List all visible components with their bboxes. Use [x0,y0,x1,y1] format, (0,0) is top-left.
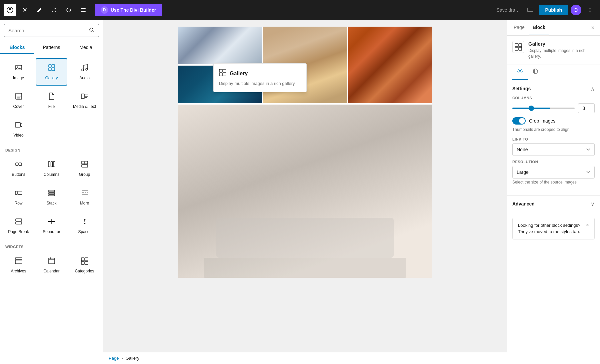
svg-rect-26 [48,162,50,167]
block-item-page-break[interactable]: Page Break [3,212,34,239]
media-text-icon [81,92,89,102]
svg-rect-61 [515,47,518,50]
row-icon [15,189,23,199]
svg-rect-62 [519,47,522,50]
preview-button[interactable] [524,4,536,16]
block-item-row[interactable]: Row [3,183,34,211]
tab-page[interactable]: Page [510,20,529,35]
tooltip-desc: Display multiple images in a rich galler… [219,81,301,87]
advanced-toggle-button[interactable]: ∨ [591,201,595,207]
search-wrap [4,24,99,37]
block-item-calendar[interactable]: Calendar [36,251,67,279]
more-options-button[interactable] [584,4,596,16]
breadcrumb-page[interactable]: Page [109,356,119,361]
tab-blocks[interactable]: Blocks [0,41,34,54]
search-input[interactable] [4,24,85,37]
block-label-archives: Archives [11,269,26,273]
block-label-categories: Categories [75,269,94,273]
tab-block[interactable]: Block [529,20,549,35]
wp-logo[interactable] [4,4,16,16]
columns-slider[interactable] [512,108,575,109]
settings-tab-styles[interactable] [528,65,543,80]
svg-rect-12 [49,68,51,71]
resolution-select[interactable]: Thumbnail Medium Large Full Size [512,166,595,179]
more-icon [81,189,89,199]
svg-rect-31 [82,165,88,167]
block-item-image[interactable]: Image [3,58,34,86]
block-item-columns[interactable]: Columns [36,155,67,182]
svg-rect-47 [49,258,55,264]
block-label-file: File [48,104,55,109]
tab-patterns[interactable]: Patterns [34,41,69,54]
widgets-section-title: WIDGETS [3,241,100,251]
divi-icon: D [101,6,108,14]
svg-rect-54 [85,261,88,264]
block-item-categories[interactable]: Categories [69,251,100,279]
block-item-buttons[interactable]: Buttons [3,155,34,182]
publish-button[interactable]: Publish [539,5,568,15]
svg-rect-45 [15,258,22,259]
tooltip-title: Gallery [230,71,248,77]
block-item-media-text[interactable]: Media & Text [69,87,100,114]
main-layout: Blocks Patterns Media Image Gallery [0,20,600,364]
design-blocks-grid: Buttons Columns Group [3,155,100,239]
undo-button[interactable] [48,4,60,16]
svg-rect-58 [223,73,226,76]
widgets-blocks-grid: Archives Calendar Categories [3,251,100,279]
columns-input[interactable]: 3 [578,103,595,113]
svg-rect-56 [223,69,226,72]
block-item-audio[interactable]: Audio [69,58,100,86]
svg-rect-1 [81,10,86,10]
list-view-button[interactable] [77,4,89,16]
spacer-icon [81,217,89,227]
notification-close-button[interactable]: × [586,222,589,228]
block-label-gallery: Gallery [45,76,58,80]
block-label-spacer: Spacer [78,229,91,234]
tab-media[interactable]: Media [69,41,103,54]
avatar[interactable]: D [571,5,581,15]
svg-rect-57 [219,73,222,76]
gallery-image-orange-room [348,27,432,103]
settings-tab-gear[interactable] [512,65,528,80]
block-item-gallery[interactable]: Gallery [36,58,67,86]
crop-images-toggle[interactable] [512,117,526,125]
gallery-image-grey-room [178,105,432,278]
block-label-media-text: Media & Text [73,104,96,109]
save-draft-button[interactable]: Save draft [493,5,522,15]
svg-rect-60 [519,44,522,47]
link-to-select[interactable]: None Media File Attachment Page [512,143,595,156]
svg-rect-28 [53,162,55,167]
block-item-video[interactable]: Video [3,116,34,143]
svg-rect-41 [16,222,22,224]
close-sidebar-button[interactable]: × [588,22,597,34]
block-tooltip: Gallery Display multiple images in a ric… [213,63,307,92]
svg-rect-0 [81,8,86,9]
left-sidebar: Blocks Patterns Media Image Gallery [0,20,103,364]
notification-text: Looking for other block settings? They'v… [518,222,583,235]
archives-icon [15,257,23,267]
block-item-file[interactable]: File [36,87,67,114]
resolution-label: RESOLUTION [512,160,595,164]
settings-collapse-button[interactable]: ∧ [591,86,595,92]
group-icon [81,160,89,170]
advanced-header[interactable]: Advanced ∨ [512,201,595,207]
edit-button[interactable] [33,4,45,16]
divi-builder-button[interactable]: D Use The Divi Builder [95,4,162,16]
tooltip-gallery-icon [219,69,226,78]
block-item-stack[interactable]: Stack [36,183,67,211]
svg-point-5 [590,10,591,11]
block-item-group[interactable]: Group [69,155,100,182]
block-item-archives[interactable]: Archives [3,251,34,279]
redo-button[interactable] [63,4,75,16]
block-item-cover[interactable]: Cover [3,87,34,114]
block-item-separator[interactable]: Separator [36,212,67,239]
calendar-icon [48,257,56,267]
block-item-more[interactable]: More [69,183,100,211]
block-item-spacer[interactable]: Spacer [69,212,100,239]
block-description: Display multiple images in a rich galler… [528,48,595,59]
search-button[interactable] [85,24,99,37]
crop-images-toggle-row: Crop images [512,117,595,125]
close-button[interactable]: ✕ [19,4,31,16]
block-label-audio: Audio [79,76,90,80]
block-label-calendar: Calendar [43,269,60,273]
